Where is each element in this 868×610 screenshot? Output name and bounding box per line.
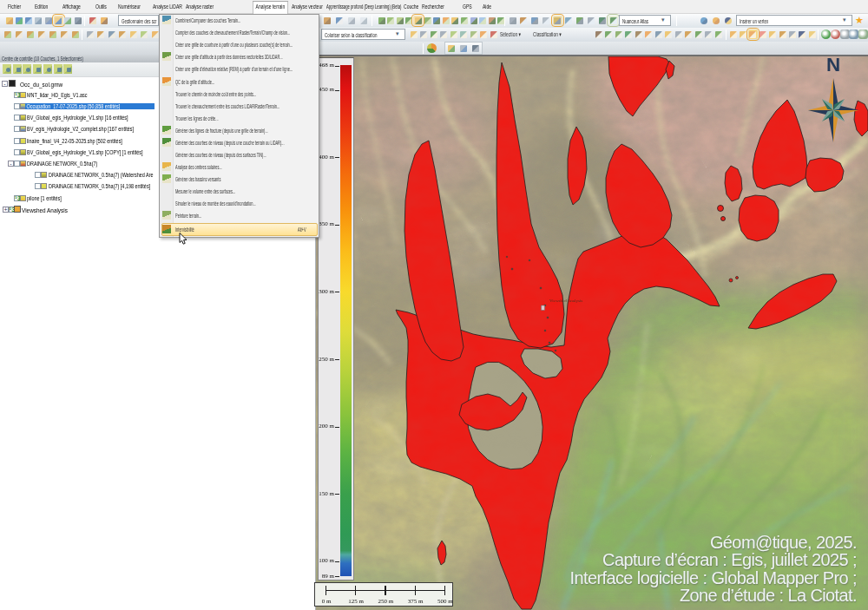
svg-text:N: N: [826, 56, 840, 75]
svg-text:Viewshed Analysis: Viewshed Analysis: [549, 298, 582, 303]
